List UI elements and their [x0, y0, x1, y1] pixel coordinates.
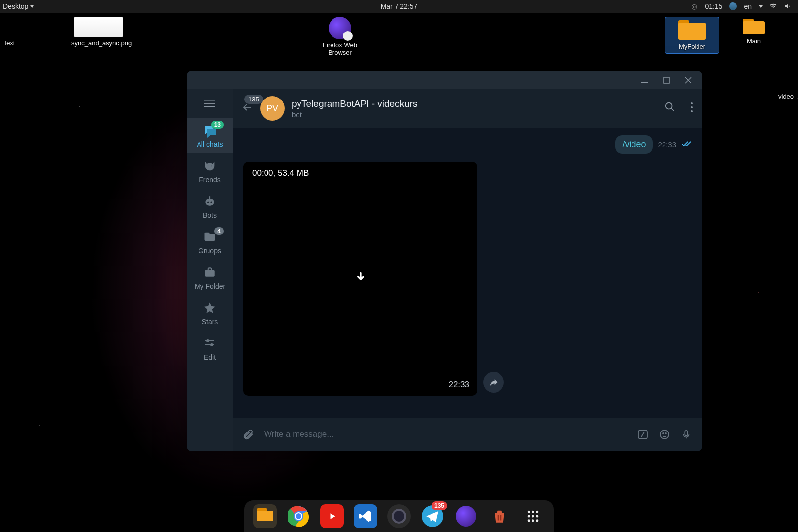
wifi-icon[interactable]	[769, 2, 777, 10]
svg-rect-33	[500, 515, 501, 520]
search-icon	[665, 101, 675, 112]
menu-button[interactable]	[187, 89, 233, 118]
svg-point-41	[532, 519, 534, 522]
svg-rect-10	[209, 196, 210, 199]
chat-column: 135 PV pyTelegramBotAPI - videokurs bot …	[233, 89, 702, 451]
svg-point-15	[211, 344, 213, 346]
smile-icon	[659, 429, 670, 440]
dock-chrome[interactable]	[287, 504, 310, 528]
share-arrow-icon	[489, 377, 499, 387]
emoji-button[interactable]	[659, 429, 670, 440]
chat-title-block[interactable]: pyTelegramBotAPI - videokurs bot	[292, 99, 418, 119]
dock-trash[interactable]	[488, 504, 511, 528]
chat-header: 135 PV pyTelegramBotAPI - videokurs bot	[233, 89, 702, 128]
dock-firefox[interactable]	[454, 504, 478, 528]
message-time: 22:33	[658, 140, 676, 149]
svg-line-22	[641, 432, 644, 437]
topbar-datetime[interactable]: Mar 7 22:57	[381, 2, 418, 10]
minimize-button[interactable]	[641, 76, 649, 84]
hamburger-icon	[204, 98, 215, 109]
svg-point-25	[665, 433, 666, 434]
svg-rect-32	[498, 515, 499, 520]
svg-line-17	[671, 108, 674, 111]
telegram-window: 13 All chats Frends Bots 4 Gruops My Fol…	[187, 71, 702, 451]
svg-point-19	[691, 106, 693, 108]
desktop-file-sync[interactable]: sync_and_async.png	[71, 17, 126, 47]
topbar-lang[interactable]: en	[744, 2, 752, 10]
video-duration-size: 00:00, 53.4 MB	[252, 168, 309, 178]
maximize-button[interactable]	[663, 76, 670, 84]
back-button[interactable]: 135	[241, 101, 253, 115]
svg-point-39	[536, 515, 538, 518]
window-titlebar[interactable]	[187, 71, 702, 89]
sidebar-item-label: Frends	[199, 176, 221, 184]
volume-icon[interactable]	[784, 2, 792, 10]
topbar-clock2[interactable]: 01:15	[705, 2, 722, 10]
sidebar-item-bots[interactable]: Bots	[187, 189, 233, 224]
svg-point-5	[207, 166, 208, 166]
badge: 4	[214, 227, 224, 235]
svg-point-36	[536, 511, 538, 513]
desktop-folder-main[interactable]: Main	[734, 19, 773, 45]
more-button[interactable]	[690, 101, 693, 115]
folder-icon	[257, 508, 273, 521]
cat-icon	[187, 159, 233, 173]
dock-apps[interactable]	[521, 504, 545, 528]
video-attachment[interactable]: 00:00, 53.4 MB 22:33	[243, 162, 477, 396]
svg-point-35	[532, 511, 534, 513]
forward-button[interactable]	[483, 372, 504, 393]
sidebar-item-label: My Folder	[195, 282, 225, 290]
globe-icon[interactable]	[729, 2, 737, 10]
sidebar-item-myfolder[interactable]: My Folder	[187, 260, 233, 295]
command-button[interactable]	[637, 429, 649, 440]
desktop-app-firefox[interactable]: Firefox Web Browser	[313, 17, 367, 56]
message-composer	[233, 418, 702, 451]
sidebar-item-allchats[interactable]: 13 All chats	[187, 118, 233, 153]
chat-avatar[interactable]: PV	[260, 96, 285, 121]
svg-rect-2	[204, 100, 215, 101]
svg-point-9	[211, 202, 212, 203]
dock-files[interactable]	[253, 504, 277, 528]
voice-button[interactable]	[680, 429, 692, 440]
svg-point-30	[296, 513, 301, 519]
close-button[interactable]	[684, 76, 692, 84]
topbar-left-menu[interactable]: Desktop	[0, 2, 34, 10]
dock-youtube[interactable]	[320, 504, 344, 528]
sidebar-item-stars[interactable]: Stars	[187, 295, 233, 331]
sidebar-item-groups[interactable]: 4 Gruops	[187, 224, 233, 260]
desktop-file-video[interactable]: video_2_...	[778, 93, 798, 100]
svg-rect-0	[641, 82, 648, 83]
desktop-file-text[interactable]: text	[0, 39, 20, 47]
dock-chromium[interactable]	[387, 504, 411, 528]
sidebar-item-edit[interactable]: Edit	[187, 331, 233, 366]
message-video: 00:00, 53.4 MB 22:33	[243, 162, 477, 396]
svg-rect-7	[205, 199, 214, 206]
apps-grid-icon	[526, 509, 540, 524]
trash-icon	[491, 508, 508, 525]
sidebar-item-label: All chats	[197, 140, 223, 148]
read-checks-icon	[681, 139, 691, 151]
download-button[interactable]	[354, 271, 367, 286]
mic-icon	[681, 429, 692, 440]
svg-point-8	[207, 202, 209, 203]
message-input[interactable]	[264, 430, 627, 439]
chromium-icon	[392, 509, 406, 524]
dock-vscode[interactable]	[354, 504, 377, 528]
svg-point-40	[528, 519, 530, 522]
sidebar-item-frends[interactable]: Frends	[187, 153, 233, 189]
folder-icon	[187, 230, 233, 244]
desktop-folder-myfolder[interactable]: MyFolder	[665, 17, 719, 54]
kebab-icon	[690, 101, 693, 113]
search-button[interactable]	[665, 101, 675, 115]
messages-area[interactable]: /video 22:33 00:00, 53.4 MB 22:33	[233, 128, 702, 418]
dock-telegram[interactable]: 135	[421, 504, 444, 528]
location-icon[interactable]: ◎	[690, 2, 698, 10]
attach-button[interactable]	[242, 429, 254, 440]
firefox-icon	[456, 506, 476, 527]
message-bubble[interactable]: /video	[615, 135, 653, 154]
svg-rect-4	[204, 106, 215, 107]
briefcase-icon	[187, 266, 233, 279]
telegram-sidebar: 13 All chats Frends Bots 4 Gruops My Fol…	[187, 89, 233, 451]
youtube-icon	[325, 509, 339, 523]
image-thumbnail-icon	[74, 17, 123, 37]
